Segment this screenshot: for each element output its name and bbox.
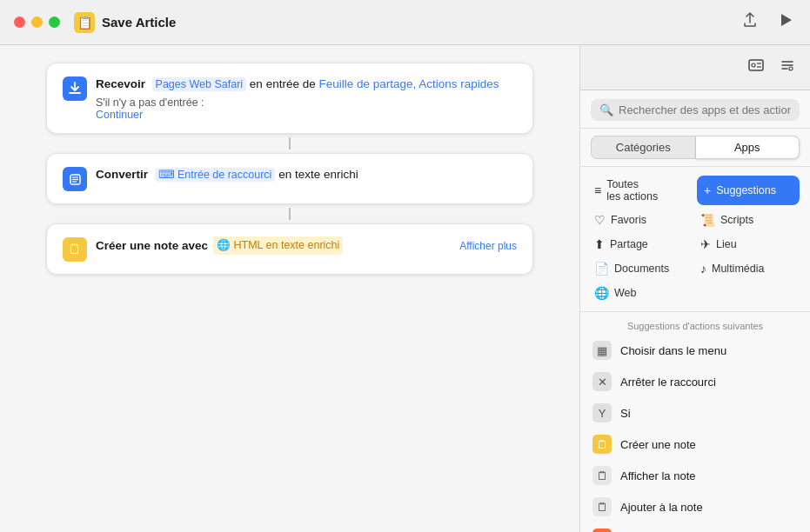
receive-tag2[interactable]: Feuille de partage, Actions rapides [318,77,499,90]
receive-subtext: S'il n'y a pas d'entrée : Continuer [96,96,517,121]
tab-categories[interactable]: Catégories [591,136,696,159]
suggestion-item[interactable]: 🗒Ajouter à la note [580,491,810,522]
create-note-text: Créer une note avec 🌐 HTML en texte enri… [96,236,517,255]
window-title: Save Article [102,15,739,30]
receive-subaction[interactable]: Continuer [96,109,143,121]
cat-lieu-label: Lieu [716,238,737,250]
category-tabs: Catégories Apps [580,129,810,167]
suggestion-icon: ▦ [592,341,612,360]
suggestion-item[interactable]: 🗒Créer une note [580,429,810,460]
workflow-panel: Recevoir Pages Web Safari en entrée de F… [0,45,579,532]
titlebar: 📋 Save Article [0,0,810,45]
convert-card[interactable]: Convertir ⌨ Entrée de raccourci en texte… [46,153,533,204]
suggestion-icon: 🗒 [592,497,612,516]
convert-body: Convertir ⌨ Entrée de raccourci en texte… [96,166,517,183]
traffic-lights [14,17,60,28]
create-note-icon: 🗒 [63,237,87,262]
titlebar-actions [739,9,796,36]
cat-multimedia-label: Multimédia [712,263,764,275]
convert-card-header: Convertir ⌨ Entrée de raccourci en texte… [63,166,517,191]
svg-point-6 [752,63,755,67]
panel-icon-button-2[interactable] [777,55,798,80]
create-note-bold: Créer une note avec [96,237,208,255]
right-panel-toolbar [580,45,810,90]
run-button[interactable] [775,10,796,35]
cat-partage[interactable]: ⬆ Partage [591,235,693,254]
receive-bold: Recevoir [96,77,145,90]
suggestion-item[interactable]: 🗒Afficher la note [580,460,810,491]
suggestion-icon: 🗒 [592,466,612,485]
fullscreen-button[interactable] [49,17,60,28]
scripts-icon: 📜 [700,213,715,227]
suggestion-label: Créer une note [620,438,696,451]
search-input[interactable] [619,103,791,116]
connector-2 [289,208,291,220]
suggestion-label: Choisir dans le menu [620,344,726,357]
favoris-icon: ♡ [594,213,606,227]
app-icon: 📋 [74,12,95,33]
cat-lieu[interactable]: ✈ Lieu [697,235,800,254]
convert-text: Convertir ⌨ Entrée de raccourci en texte… [96,166,517,183]
search-icon: 🔍 [599,103,613,116]
documents-icon: 📄 [594,262,609,276]
convert-middle: en texte enrichi [278,168,358,181]
cat-all-actions-label: Toutesles actions [606,178,658,203]
suggestion-label: Afficher la note [620,469,695,482]
cat-favoris[interactable]: ♡ Favoris [591,210,693,229]
suggestion-label: Si [620,407,631,420]
cat-suggestions[interactable]: + Suggestions [697,176,800,205]
cat-favoris-label: Favoris [611,214,646,226]
cat-multimedia[interactable]: ♪ Multimédia [697,259,800,278]
tab-apps[interactable]: Apps [696,136,800,159]
suggestion-label: Ajouter à la note [620,501,703,514]
cat-all-actions[interactable]: ≡ Toutesles actions [591,176,693,205]
multimedia-icon: ♪ [700,262,706,276]
suggestion-item[interactable]: YSi [580,397,810,429]
search-box: 🔍 [591,99,800,121]
receive-tag1[interactable]: Pages Web Safari [152,77,247,91]
svg-marker-0 [781,14,792,26]
receive-card-header: Recevoir Pages Web Safari en entrée de F… [63,76,517,121]
right-panel: 🔍 Catégories Apps ≡ Toutesles actions + … [579,45,810,532]
create-note-header: 🗒 Créer une note avec 🌐 HTML en texte en… [63,236,517,262]
all-actions-icon: ≡ [594,183,601,197]
suggestions-icon: + [704,183,711,197]
cat-web-label: Web [614,287,636,299]
partage-icon: ⬆ [594,237,605,251]
create-note-card[interactable]: 🗒 Créer une note avec 🌐 HTML en texte en… [46,223,533,275]
cat-scripts[interactable]: 📜 Scripts [697,210,800,229]
suggestions-header: Suggestions d'actions suivantes [580,312,810,335]
suggestion-item[interactable]: 🔔Afficher la notification [580,522,810,532]
suggestion-icon: Y [592,403,612,422]
cat-documents-label: Documents [614,263,669,275]
cat-partage-label: Partage [610,238,648,250]
receive-card[interactable]: Recevoir Pages Web Safari en entrée de F… [46,63,533,134]
cat-documents[interactable]: 📄 Documents [591,259,693,278]
receive-middle: en entrée de [250,77,319,90]
cat-web[interactable]: 🌐 Web [591,283,693,303]
suggestion-label: Arrêter le raccourci [620,376,716,389]
close-button[interactable] [14,17,25,28]
suggestion-icon: 🔔 [592,529,612,532]
receive-body: Recevoir Pages Web Safari en entrée de F… [96,76,517,121]
afficher-plus-button[interactable]: Afficher plus [459,238,517,254]
minimize-button[interactable] [31,17,43,28]
create-note-body: Créer une note avec 🌐 HTML en texte enri… [96,236,517,255]
suggestion-item[interactable]: ▦Choisir dans le menu [580,335,810,366]
create-note-tag[interactable]: 🌐 HTML en texte enrichi [213,236,343,255]
convert-icon [63,167,87,191]
share-button[interactable] [739,9,761,36]
cat-suggestions-label: Suggestions [716,184,776,196]
suggestion-icon: 🗒 [592,435,612,454]
suggestions-list: ▦Choisir dans le menu✕Arrêter le raccour… [580,335,810,532]
panel-icon-button-1[interactable] [746,55,766,80]
lieu-icon: ✈ [700,237,711,251]
search-container: 🔍 [580,90,810,129]
cat-scripts-label: Scripts [720,214,753,226]
receive-icon [63,76,87,101]
web-icon: 🌐 [594,286,609,300]
convert-tag1[interactable]: ⌨ Entrée de raccourci [155,168,276,182]
suggestion-item[interactable]: ✕Arrêter le raccourci [580,366,810,397]
convert-bold: Convertir [96,168,148,181]
svg-point-12 [789,67,793,70]
